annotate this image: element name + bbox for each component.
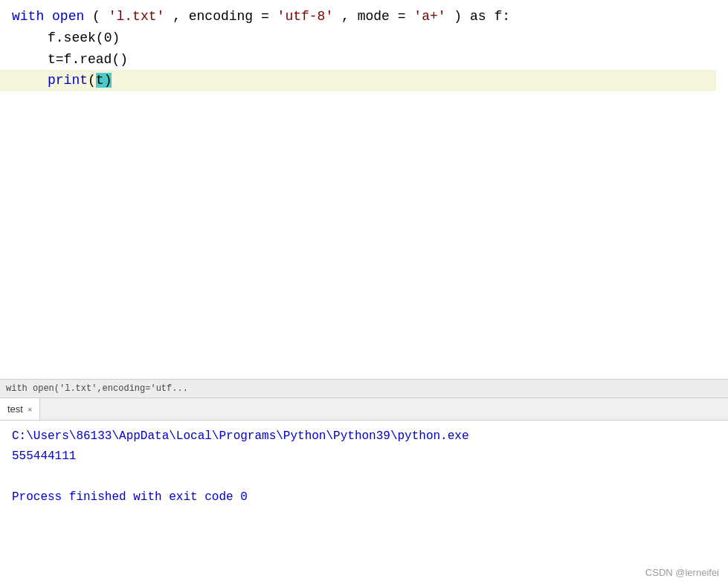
paren-open: ( [92, 9, 100, 24]
terminal-path-line: C:\Users\86133\AppData\Local\Programs\Py… [12, 426, 716, 447]
tab-close-button[interactable]: × [28, 405, 32, 414]
string-encoding: 'utf-8' [277, 9, 334, 24]
status-bar: with open('l.txt',encoding='utf... [0, 379, 728, 398]
keyword-with: with [12, 9, 44, 24]
status-text: with open('l.txt',encoding='utf... [6, 383, 188, 394]
comma2: , [341, 9, 349, 24]
as-f: as f: [470, 9, 510, 24]
line-highlight: print(t) [0, 70, 716, 91]
param-encoding-key: encoding [189, 9, 253, 24]
code-line-3: t=f.read() [48, 49, 728, 71]
terminal-tab-test[interactable]: test × [0, 398, 40, 420]
keyword-print: print [48, 73, 88, 88]
editor-area: with open ( 'l.txt' , encoding = 'utf-8'… [0, 0, 728, 379]
bracket-close: ) [104, 73, 112, 88]
eq1: = [261, 9, 269, 24]
string-mode: 'a+' [413, 9, 445, 24]
eq2: = [398, 9, 406, 24]
num-zero: 0 [104, 30, 112, 45]
terminal-area: test × C:\Users\86133\AppData\Local\Prog… [0, 398, 728, 584]
code-line-2: f.seek(0) [48, 27, 728, 49]
keyword-open: open [52, 9, 84, 24]
code-line-4: print(t) [12, 70, 728, 91]
code-content: with open ( 'l.txt' , encoding = 'utf-8'… [0, 0, 728, 97]
terminal-blank-line [12, 467, 716, 487]
terminal-output-line: 555444111 [12, 447, 716, 467]
paren-close: ) [454, 9, 462, 24]
watermark: CSDN @lerneifei [645, 567, 719, 578]
terminal-process-line: Process finished with exit code 0 [12, 487, 716, 507]
string-filename: 'l.txt' [109, 9, 165, 24]
comma1: , [173, 9, 181, 24]
tab-label: test [7, 403, 23, 415]
terminal-content: C:\Users\86133\AppData\Local\Programs\Py… [0, 421, 728, 584]
terminal-tabs: test × [0, 398, 728, 421]
code-line-1: with open ( 'l.txt' , encoding = 'utf-8'… [12, 6, 728, 27]
param-mode-key: mode [358, 9, 390, 24]
cursor-t: t [96, 73, 104, 88]
